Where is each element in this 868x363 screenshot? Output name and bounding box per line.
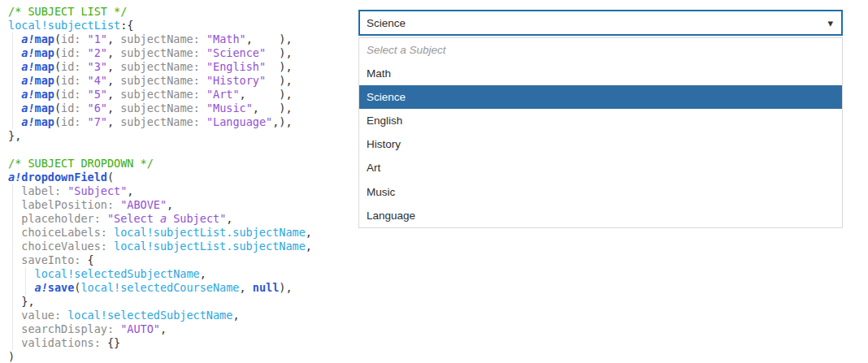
code-line: a!map(id: "4", subjectName: "History" ), <box>8 74 312 88</box>
code-line: choiceLabels: local!subjectList.subjectN… <box>8 226 312 240</box>
dropdown-option-science[interactable]: Science <box>359 85 842 109</box>
indent-guide <box>25 267 26 295</box>
code-line: /* SUBJECT LIST */ <box>8 5 312 19</box>
subject-dropdown-control[interactable]: Science ▾ <box>358 10 843 36</box>
code-line: searchDisplay: "AUTO", <box>8 322 312 336</box>
dropdown-option-english[interactable]: English <box>359 109 842 132</box>
code-line: validations: {} <box>8 336 312 350</box>
code-line <box>8 143 312 157</box>
code-line: a!save(local!selectedCourseName, null), <box>8 281 312 295</box>
indent-guide <box>12 32 13 129</box>
code-line: local!selectedSubjectName, <box>8 267 312 281</box>
dropdown-menu: Select a SubjectMathScienceEnglishHistor… <box>358 37 843 228</box>
code-line: local!subjectList:{ <box>8 19 312 32</box>
code-line: /* SUBJECT DROPDOWN */ <box>8 157 312 171</box>
chevron-down-icon: ▾ <box>827 18 833 28</box>
code-line: a!map(id: "7", subjectName: "Language",)… <box>8 115 312 129</box>
code-line: a!map(id: "5", subjectName: "Art", ), <box>8 88 312 102</box>
dropdown-option-math[interactable]: Math <box>359 62 842 85</box>
expression-editor-code[interactable]: /* SUBJECT LIST */local!subjectList:{ a!… <box>8 5 312 363</box>
code-line: placeholder: "Select a Subject", <box>8 212 312 226</box>
code-line: }, <box>8 295 312 309</box>
dropdown-option-language[interactable]: Language <box>359 204 842 227</box>
dropdown-option-music[interactable]: Music <box>359 180 842 204</box>
code-line: choiceValues: local!subjectList.subjectN… <box>8 240 312 253</box>
code-line: value: local!selectedSubjectName, <box>8 309 312 322</box>
code-line: a!map(id: "2", subjectName: "Science" ), <box>8 46 312 60</box>
indent-guide <box>12 184 13 350</box>
code-line: labelPosition: "ABOVE", <box>8 198 312 212</box>
code-line: }, <box>8 129 312 143</box>
code-line: a!map(id: "6", subjectName: "Music", ), <box>8 102 312 115</box>
dropdown-option-history[interactable]: History <box>359 132 842 156</box>
dropdown-selected-value: Science <box>367 17 827 29</box>
code-line: a!map(id: "1", subjectName: "Math", ), <box>8 32 312 46</box>
dropdown-option-art[interactable]: Art <box>359 156 842 179</box>
code-line: a!dropdownField( <box>8 171 312 184</box>
code-line: ) <box>8 350 312 363</box>
dropdown-option-placeholder[interactable]: Select a Subject <box>359 38 842 62</box>
code-line: saveInto: { <box>8 253 312 267</box>
code-line: label: "Subject", <box>8 184 312 198</box>
code-line: a!map(id: "3", subjectName: "English" ), <box>8 60 312 74</box>
